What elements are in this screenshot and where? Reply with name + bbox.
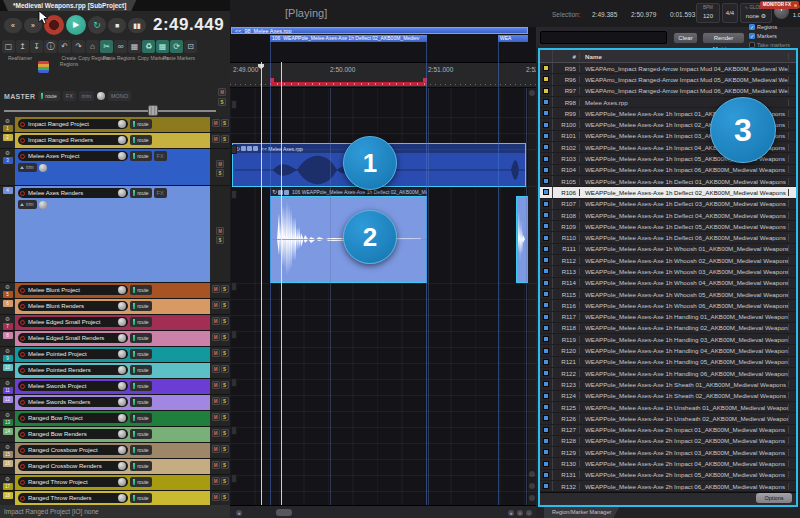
track-pan-knob[interactable]	[118, 382, 126, 390]
gear-icon[interactable]: ⚙	[5, 412, 10, 418]
track-body[interactable]: Impact Ranged Projectroute	[15, 117, 210, 132]
track-index-chip[interactable]: 3	[3, 157, 13, 164]
options-button[interactable]: Options	[756, 493, 792, 503]
track-body[interactable]: Ranged Throw Rendersroute	[15, 491, 210, 505]
region-row-R119[interactable]: R119WEAPPole_Melee Axes-Axe 1h Handling …	[540, 334, 796, 345]
gear-icon[interactable]: ⚙	[5, 284, 10, 290]
vscroll-top-icon[interactable]	[529, 90, 535, 96]
track-route-button[interactable]: route	[130, 493, 151, 503]
vzoom-circle-icon[interactable]	[529, 471, 535, 477]
group-button-icon[interactable]	[231, 378, 237, 387]
track-18-ranged-throw-renders[interactable]: 18Ranged Throw RendersrouteMS	[0, 491, 230, 505]
track-name-pill[interactable]: Impact Ranged Renders	[18, 135, 128, 145]
gear-icon[interactable]: ⚙	[5, 444, 10, 450]
track-pan-knob[interactable]	[118, 334, 126, 342]
copy-markers-icon[interactable]: ♻	[142, 40, 155, 53]
region-row-R117[interactable]: R117WEAPPole_Melee Axes-Axe 1h Handling …	[540, 312, 796, 323]
track-fx-button[interactable]: FX	[154, 188, 167, 198]
track-name-pill[interactable]: Melee Edged Small Project	[18, 317, 128, 327]
go-to-start-button[interactable]: «	[4, 18, 22, 33]
region-row-R121[interactable]: R121WEAPPole_Melee Axes-Axe 1h Handling …	[540, 357, 796, 368]
record-arm-icon[interactable]	[20, 288, 25, 293]
track-body[interactable]: Melee Blunt Projectroute	[15, 283, 210, 298]
name-column-header[interactable]: Name	[580, 53, 789, 60]
record-arm-icon[interactable]	[20, 138, 25, 143]
track-index-chip[interactable]: 17	[3, 483, 13, 490]
track-trim-button[interactable]: trim	[18, 200, 37, 209]
track-route-button[interactable]: route	[130, 365, 151, 375]
track-name-pill[interactable]: Impact Ranged Project	[18, 119, 128, 129]
region-row-R95[interactable]: R95WEAPArro_Impact Ranged-Arrow Impact M…	[540, 63, 796, 74]
track-name-pill[interactable]: Ranged Bow Renders	[18, 429, 128, 439]
solo-button[interactable]: S	[221, 413, 229, 421]
stop-button[interactable]: ■	[108, 18, 126, 33]
checkbox-icon[interactable]: ✓	[749, 33, 755, 39]
record-arm-icon[interactable]	[20, 191, 25, 196]
gear-icon[interactable]: ⚙	[5, 150, 10, 156]
zoom-in-icon[interactable]: +	[517, 510, 523, 516]
group-button-icon[interactable]	[231, 145, 237, 154]
region-label-106[interactable]: 106WEAPPole_Melee Axes-Axe 1h Deflect 02…	[270, 35, 427, 42]
record-arm-icon[interactable]	[20, 464, 25, 469]
track-pan-knob[interactable]	[118, 152, 126, 160]
mute-button[interactable]: M	[212, 477, 220, 485]
master-mute-button[interactable]: M	[218, 88, 226, 96]
track-12-melee-swords-renders[interactable]: 12Melee Swords RendersrouteMS	[0, 395, 230, 411]
track-14-ranged-bow-renders[interactable]: 14Ranged Bow RendersrouteMS	[0, 427, 230, 443]
track-route-button[interactable]: route	[130, 397, 151, 407]
horizontal-scrollbar[interactable]: ● ● + −	[230, 505, 536, 518]
track-name-pill[interactable]: Melee Edged Small Renders	[18, 333, 128, 343]
region-row-R118[interactable]: R118WEAPPole_Melee Axes-Axe 1h Handling …	[540, 323, 796, 334]
track-body[interactable]: Ranged Throw Projectroute	[15, 475, 210, 490]
track-index-chip[interactable]: 18	[3, 492, 13, 499]
track-body[interactable]: Melee Swords Rendersroute	[15, 395, 210, 410]
loop-icon[interactable]: ⟳	[170, 40, 183, 53]
record-arm-icon[interactable]	[20, 368, 25, 373]
filter-input[interactable]	[540, 31, 667, 44]
track-name-pill[interactable]: Ranged Bow Project	[18, 413, 128, 423]
solo-button[interactable]: S	[221, 301, 229, 309]
track-route-button[interactable]: route	[130, 349, 151, 359]
region-row-R96[interactable]: R96WEAPArro_Impact Ranged-Arrow Impact M…	[540, 74, 796, 85]
track-route-button[interactable]: route	[130, 119, 151, 129]
mute-button[interactable]: M	[212, 429, 220, 437]
solo-button[interactable]: S	[221, 119, 229, 127]
track-body[interactable]: Melee Edged Small Projectroute	[15, 315, 210, 330]
solo-button[interactable]: S	[221, 493, 229, 501]
edit-cursor[interactable]	[261, 62, 262, 505]
track-name-pill[interactable]: Melee Blunt Renders	[18, 301, 128, 311]
track-index-chip[interactable]: 12	[3, 396, 13, 403]
track-trim-knob[interactable]	[39, 201, 47, 209]
track-10-melee-pointed-renders[interactable]: 10Melee Pointed RendersrouteMS	[0, 363, 230, 379]
track-route-button[interactable]: route	[130, 317, 151, 327]
region-row-R107[interactable]: R107WEAPPole_Melee Axes-Axe 1h Deflect 0…	[540, 199, 796, 210]
filter-markers[interactable]: ✓Markers	[749, 31, 799, 40]
track-trim-knob[interactable]	[39, 164, 47, 172]
track-body[interactable]: Ranged Crossbow Rendersroute	[15, 459, 210, 474]
region-row-R127[interactable]: R127WEAPPole_Melee Axes-Axe 2h Impact 01…	[540, 425, 796, 436]
project-tab[interactable]: *Medieval Weapons.rpp [SubProject]	[3, 0, 136, 11]
track-name-pill[interactable]: Melee Swords Project	[18, 381, 128, 391]
track-2-impact-ranged-renders[interactable]: 2Impact Ranged RendersrouteMS	[0, 133, 230, 149]
record-arm-icon[interactable]	[20, 432, 25, 437]
track-4-melee-axes-renders[interactable]: 4Melee Axes RendersrouteFXtrimMS	[0, 186, 230, 283]
solo-button[interactable]: S	[221, 461, 229, 469]
track-trim-button[interactable]: trim	[18, 163, 37, 172]
redo-icon[interactable]: ↷	[72, 40, 85, 53]
track-name-pill[interactable]: Melee Axes Project	[18, 151, 128, 161]
region-row-R126[interactable]: R126WEAPPole_Melee Axes-Axe 1h Unsheath …	[540, 413, 796, 424]
solo-button[interactable]: S	[221, 285, 229, 293]
track-name-pill[interactable]: Melee Swords Renders	[18, 397, 128, 407]
track-pan-knob[interactable]	[118, 446, 126, 454]
vzoom-in-icon[interactable]	[529, 483, 535, 489]
mute-button[interactable]: M	[212, 381, 220, 389]
region-row-R128[interactable]: R128WEAPPole_Melee Axes-Axe 2h Impact 02…	[540, 436, 796, 447]
mute-button[interactable]: M	[212, 333, 220, 341]
master-volume-slider[interactable]	[4, 110, 216, 112]
split-items-icon[interactable]: ✂	[100, 40, 113, 53]
region-row-R115[interactable]: R115WEAPPole_Melee Axes-Axe 1h Whoosh 05…	[540, 289, 796, 300]
gear-icon[interactable]: ⚙	[5, 380, 10, 386]
record-arm-icon[interactable]	[20, 336, 25, 341]
region-row-R123[interactable]: R123WEAPPole_Melee Axes-Axe 1h Sheath 01…	[540, 379, 796, 390]
track-index-chip[interactable]: 6	[3, 300, 13, 307]
